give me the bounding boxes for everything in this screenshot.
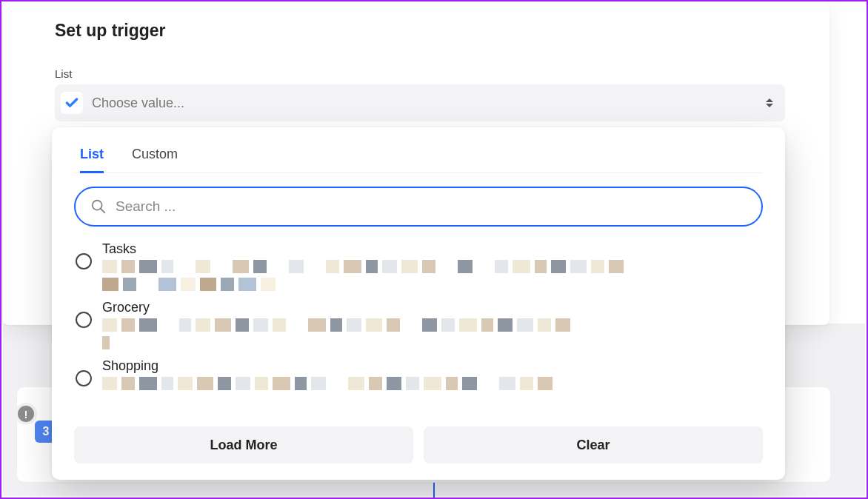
checkmark-icon [64, 96, 79, 110]
list-dropdown-popover: List Custom TasksGroceryShopping Load Mo… [52, 127, 785, 480]
radio-icon [76, 312, 92, 328]
select-placeholder: Choose value... [92, 96, 184, 111]
popover-buttons: Load More Clear [74, 426, 763, 463]
flow-connector-line [433, 483, 435, 499]
option-title: Tasks [102, 241, 761, 257]
search-field-wrapper[interactable] [74, 187, 763, 227]
list-option[interactable]: Tasks [74, 237, 763, 295]
app-icon [61, 92, 83, 114]
list-option[interactable]: Grocery [74, 295, 763, 354]
list-field-label: List [55, 67, 785, 80]
alert-badge: ! [18, 406, 34, 422]
redacted-text [102, 260, 761, 291]
list-select[interactable]: Choose value... [55, 84, 785, 121]
clear-button[interactable]: Clear [424, 426, 763, 463]
option-title: Shopping [102, 358, 761, 374]
select-caret-icon [764, 96, 775, 110]
option-title: Grocery [102, 300, 761, 315]
redacted-text [102, 318, 761, 349]
options-list: TasksGroceryShopping [74, 237, 763, 419]
redacted-text [102, 377, 761, 390]
radio-icon [76, 370, 92, 386]
radio-icon [76, 253, 92, 269]
svg-line-1 [101, 209, 105, 213]
list-option[interactable]: Shopping [74, 354, 763, 395]
tab-list[interactable]: List [80, 142, 104, 173]
load-more-button[interactable]: Load More [74, 426, 413, 463]
tab-custom[interactable]: Custom [132, 142, 178, 173]
search-input[interactable] [116, 198, 747, 215]
popover-tabs: List Custom [74, 142, 763, 173]
panel-title: Set up trigger [55, 21, 785, 41]
search-icon [90, 198, 107, 215]
list-fade [74, 401, 763, 419]
